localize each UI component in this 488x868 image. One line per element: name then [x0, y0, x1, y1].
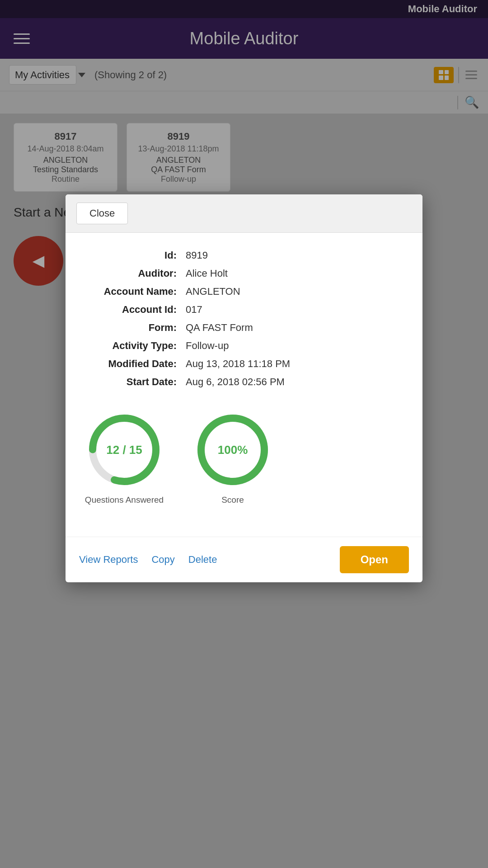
- close-button[interactable]: Close: [76, 203, 128, 224]
- detail-label-account-id: Account Id:: [84, 301, 183, 319]
- modal-overlay: Close Id: 8919 Auditor: Alice Holt Accou…: [0, 0, 488, 868]
- score-chart-caption: Score: [221, 495, 244, 505]
- detail-row-start-date: Start Date: Aug 6, 2018 02:56 PM: [84, 373, 404, 391]
- detail-label-modified-date: Modified Date:: [84, 355, 183, 373]
- detail-table: Id: 8919 Auditor: Alice Holt Account Nam…: [84, 246, 404, 391]
- view-reports-button[interactable]: View Reports: [79, 554, 138, 566]
- detail-value-account-name: ANGLETON: [183, 283, 404, 301]
- detail-row-modified-date: Modified Date: Aug 13, 2018 11:18 PM: [84, 355, 404, 373]
- detail-label-activity-type: Activity Type:: [84, 337, 183, 355]
- modal: Close Id: 8919 Auditor: Alice Holt Accou…: [66, 194, 422, 582]
- charts-row: 12 / 15 Questions Answered 100%: [84, 405, 404, 509]
- detail-row-id: Id: 8919: [84, 246, 404, 264]
- detail-value-start-date: Aug 6, 2018 02:56 PM: [183, 373, 404, 391]
- modal-body: Id: 8919 Auditor: Alice Holt Account Nam…: [66, 233, 422, 537]
- detail-label-auditor: Auditor:: [84, 264, 183, 283]
- detail-value-id: 8919: [183, 246, 404, 264]
- detail-value-modified-date: Aug 13, 2018 11:18 PM: [183, 355, 404, 373]
- questions-donut-label: 12 / 15: [106, 443, 142, 457]
- delete-button[interactable]: Delete: [188, 554, 217, 566]
- score-chart: 100% Score: [192, 409, 273, 505]
- score-donut-label: 100%: [218, 443, 248, 457]
- open-button[interactable]: Open: [340, 546, 409, 573]
- detail-label-start-date: Start Date:: [84, 373, 183, 391]
- detail-row-form: Form: QA FAST Form: [84, 319, 404, 337]
- detail-label-form: Form:: [84, 319, 183, 337]
- modal-footer: View Reports Copy Delete Open: [66, 537, 422, 582]
- detail-row-account-name: Account Name: ANGLETON: [84, 283, 404, 301]
- detail-value-auditor: Alice Holt: [183, 264, 404, 283]
- modal-header: Close: [66, 194, 422, 233]
- detail-value-form: QA FAST Form: [183, 319, 404, 337]
- copy-button[interactable]: Copy: [151, 554, 174, 566]
- detail-row-activity-type: Activity Type: Follow-up: [84, 337, 404, 355]
- detail-value-account-id: 017: [183, 301, 404, 319]
- score-donut: 100%: [192, 409, 273, 491]
- detail-value-activity-type: Follow-up: [183, 337, 404, 355]
- detail-label-account-name: Account Name:: [84, 283, 183, 301]
- questions-chart-caption: Questions Answered: [85, 495, 164, 505]
- detail-row-auditor: Auditor: Alice Holt: [84, 264, 404, 283]
- questions-donut: 12 / 15: [84, 409, 165, 491]
- questions-answered-chart: 12 / 15 Questions Answered: [84, 409, 165, 505]
- detail-label-id: Id:: [84, 246, 183, 264]
- detail-row-account-id: Account Id: 017: [84, 301, 404, 319]
